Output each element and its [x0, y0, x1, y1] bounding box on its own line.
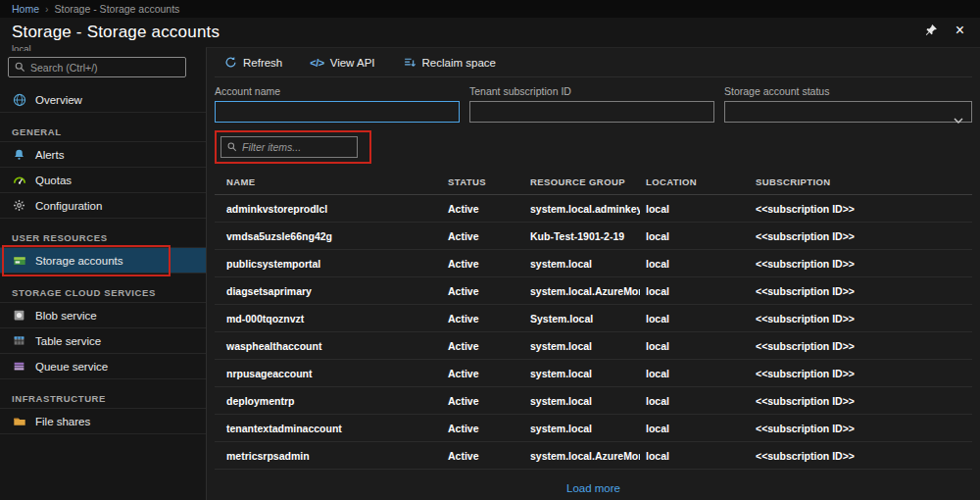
tenant-subscription-label: Tenant subscription ID	[469, 85, 714, 97]
cell-resource-group: system.local	[524, 258, 640, 270]
cell-location: local	[640, 203, 750, 215]
status-dropdown[interactable]	[724, 101, 972, 123]
column-header-subscription[interactable]: SUBSCRIPTION	[750, 176, 972, 187]
sidebar-item-label: Storage accounts	[35, 255, 123, 267]
cell-resource-group: system.local.AzureMon...	[524, 450, 640, 462]
refresh-icon	[224, 56, 237, 69]
storage-account-status-label: Storage account status	[724, 85, 972, 97]
sidebar-item-file-shares[interactable]: File shares	[0, 409, 206, 434]
cell-resource-group: system.local	[524, 368, 640, 379]
toolbar: Refresh </> View API Reclaim space	[215, 48, 972, 77]
table-row[interactable]: nrpusageaccount Active system.local loca…	[215, 360, 972, 387]
cell-status: Active	[442, 423, 524, 434]
column-header-location[interactable]: LOCATION	[640, 176, 750, 187]
cell-location: local	[640, 313, 750, 325]
search-icon	[14, 59, 25, 76]
cell-status: Active	[442, 395, 524, 407]
sidebar-item-quotas[interactable]: Quotas	[0, 168, 206, 193]
cell-location: local	[640, 450, 750, 462]
table-row[interactable]: wasphealthaccount Active system.local lo…	[215, 332, 972, 360]
sidebar-item-label: Table service	[35, 335, 101, 347]
tenant-subscription-input[interactable]	[469, 101, 714, 123]
code-icon: </>	[310, 57, 323, 69]
cell-name[interactable]: vmdsa5uzsle66ng42g	[215, 230, 442, 242]
cell-subscription: <<subscription ID>>	[750, 203, 972, 215]
column-header-status[interactable]: STATUS	[442, 176, 524, 187]
close-icon[interactable]: ×	[956, 25, 964, 36]
cell-name[interactable]: adminkvstoreprodlcl	[215, 203, 442, 215]
sidebar-search-input[interactable]	[30, 62, 180, 74]
cell-name[interactable]: deploymentrp	[215, 395, 442, 407]
cell-subscription: <<subscription ID>>	[750, 285, 972, 297]
table-row[interactable]: diagsetsaprimary Active system.local.Azu…	[215, 277, 972, 305]
table-row[interactable]: md-000tqoznvzt Active System.local local…	[215, 305, 972, 332]
chevron-down-icon	[954, 110, 963, 127]
sidebar-item-label: Queue service	[35, 361, 108, 373]
sidebar-item-queue-service[interactable]: Queue service	[0, 354, 206, 379]
cell-status: Active	[442, 285, 524, 297]
cell-location: local	[640, 258, 750, 270]
sidebar-search[interactable]	[8, 57, 186, 77]
cell-resource-group: system.local	[524, 340, 640, 352]
sidebar-item-alerts[interactable]: Alerts	[0, 142, 206, 168]
cell-name[interactable]: nrpusageaccount	[215, 368, 442, 379]
blade-header: Storage - Storage accounts local	[0, 18, 980, 51]
filter-items-input[interactable]	[242, 141, 352, 153]
blob-icon	[12, 308, 26, 323]
account-name-input[interactable]	[215, 101, 460, 123]
cell-name[interactable]: publicsystemportal	[215, 258, 442, 270]
breadcrumb-separator: ›	[45, 3, 49, 15]
reclaim-space-button[interactable]: Reclaim space	[403, 56, 496, 69]
gauge-icon	[12, 173, 26, 187]
cell-status: Active	[442, 368, 524, 379]
table-row[interactable]: publicsystemportal Active system.local l…	[215, 250, 972, 277]
table-row[interactable]: tenantextadminaccount Active system.loca…	[215, 415, 972, 442]
cell-resource-group: System.local	[524, 313, 640, 325]
column-header-name[interactable]: NAME	[215, 176, 442, 187]
load-more-container: Load more	[215, 478, 972, 496]
table-row[interactable]: metricsrpsadmin Active system.local.Azur…	[215, 442, 972, 470]
table-row[interactable]: vmdsa5uzsle66ng42g Active Kub-Test-1901-…	[215, 223, 972, 250]
table-row[interactable]: deploymentrp Active system.local local <…	[215, 387, 972, 415]
page-title: Storage - Storage accounts	[12, 23, 980, 42]
cell-resource-group: system.local	[524, 395, 640, 407]
sidebar-item-storage-accounts[interactable]: Storage accounts	[0, 248, 206, 274]
load-more-link[interactable]: Load more	[566, 482, 620, 494]
main-panel: Refresh </> View API Reclaim space Accou…	[206, 47, 980, 500]
cell-status: Active	[442, 340, 524, 352]
sidebar-item-overview[interactable]: Overview	[0, 87, 206, 113]
sidebar-section-storage-cloud-services: STORAGE CLOUD SERVICES	[0, 274, 206, 303]
cell-subscription: <<subscription ID>>	[750, 450, 972, 462]
folder-icon	[12, 414, 26, 428]
breadcrumb: Home › Storage - Storage accounts	[0, 0, 980, 18]
cell-subscription: <<subscription ID>>	[750, 368, 972, 379]
cell-name[interactable]: diagsetsaprimary	[215, 285, 442, 297]
reclaim-space-label: Reclaim space	[422, 57, 496, 69]
cell-location: local	[640, 340, 750, 352]
annotation-box-filter-items	[215, 130, 371, 164]
cell-name[interactable]: metricsrpsadmin	[215, 450, 442, 462]
sidebar-item-configuration[interactable]: Configuration	[0, 193, 206, 219]
filter-items-box[interactable]	[220, 136, 358, 158]
globe-icon	[12, 92, 26, 107]
pin-icon[interactable]	[924, 24, 938, 37]
sidebar-item-label: Alerts	[35, 149, 64, 161]
cell-name[interactable]: tenantextadminaccount	[215, 423, 442, 434]
cell-name[interactable]: wasphealthaccount	[215, 340, 442, 352]
cell-location: local	[640, 395, 750, 407]
table-header: NAME STATUS RESOURCE GROUP LOCATION SUBS…	[215, 170, 972, 195]
cell-name[interactable]: md-000tqoznvzt	[215, 313, 442, 325]
cell-subscription: <<subscription ID>>	[750, 395, 972, 407]
search-icon	[226, 138, 237, 156]
cell-location: local	[640, 230, 750, 242]
column-header-resource-group[interactable]: RESOURCE GROUP	[524, 176, 640, 187]
sidebar-item-table-service[interactable]: Table service	[0, 328, 206, 354]
sidebar-item-label: File shares	[35, 416, 90, 427]
table-row[interactable]: adminkvstoreprodlcl Active system.local.…	[215, 195, 972, 223]
breadcrumb-home[interactable]: Home	[12, 3, 39, 15]
refresh-button[interactable]: Refresh	[224, 56, 282, 69]
view-api-button[interactable]: </> View API	[310, 57, 374, 69]
sidebar-item-blob-service[interactable]: Blob service	[0, 303, 206, 328]
sidebar-item-label: Configuration	[35, 200, 102, 212]
cell-status: Active	[442, 313, 524, 325]
